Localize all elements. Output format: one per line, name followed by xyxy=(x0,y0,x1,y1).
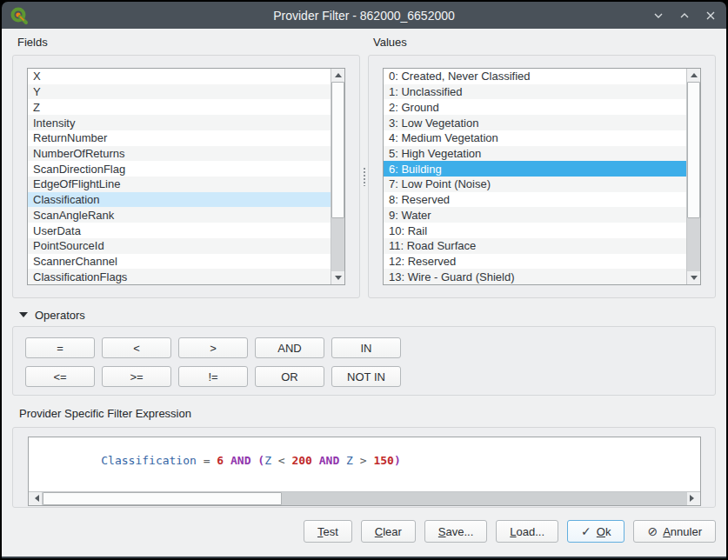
operators-label: Operators xyxy=(35,309,85,322)
values-scrollbar[interactable] xyxy=(686,69,700,284)
cancel-icon: ⊘ xyxy=(647,525,658,537)
value-list-item[interactable]: 4: Medium Vegetation xyxy=(384,130,687,146)
scrollbar-track[interactable] xyxy=(331,82,344,271)
operator-button[interactable]: != xyxy=(178,366,248,387)
field-list-item[interactable]: PointSourceId xyxy=(28,238,331,254)
scroll-right-button[interactable] xyxy=(687,492,700,504)
scroll-up-button[interactable] xyxy=(687,69,700,82)
arrow-up-icon xyxy=(335,73,342,77)
value-list-item[interactable]: 6: Building xyxy=(384,161,687,177)
filter-expression-editor[interactable]: Classification = 6 AND (Z < 200 AND Z > … xyxy=(28,437,701,506)
values-label: Values xyxy=(373,36,716,51)
code-token xyxy=(224,454,230,467)
fields-list: XYZIntensityReturnNumberNumberOfReturnsS… xyxy=(27,68,345,285)
expression-code-line: Classification = 6 AND (Z < 200 AND Z > … xyxy=(29,437,700,491)
value-list-item[interactable]: 12: Reserved xyxy=(384,254,687,270)
code-token: AND xyxy=(230,454,250,467)
operator-button[interactable]: NOT IN xyxy=(331,366,401,387)
field-list-item[interactable]: NumberOfReturns xyxy=(28,146,331,162)
value-list-item[interactable]: 1: Unclassified xyxy=(384,84,687,100)
scrollbar-thumb[interactable] xyxy=(687,82,700,218)
code-token: ( xyxy=(257,454,264,467)
operator-button[interactable]: = xyxy=(25,337,95,358)
value-list-item[interactable]: 0: Created, Never Classified xyxy=(384,69,687,84)
field-list-item[interactable]: ScanDirectionFlag xyxy=(28,161,331,177)
maximize-button[interactable] xyxy=(676,7,693,24)
scrollbar-thumb[interactable] xyxy=(43,492,282,505)
qgis-logo-icon xyxy=(9,5,30,26)
field-list-item[interactable]: ScanAngleRank xyxy=(28,207,331,223)
minimize-button[interactable] xyxy=(650,7,667,24)
field-list-item[interactable]: UserData xyxy=(28,223,331,238)
collapse-arrow-icon[interactable] xyxy=(19,312,28,317)
operator-button[interactable]: AND xyxy=(255,337,324,358)
scroll-left-button[interactable] xyxy=(29,492,42,504)
scrollbar-track[interactable] xyxy=(42,492,687,505)
code-token: 200 xyxy=(291,454,311,467)
dialog-body: Fields XYZIntensityReturnNumberNumberOfR… xyxy=(2,29,726,558)
editor-hscrollbar[interactable] xyxy=(29,491,700,505)
operator-button[interactable]: <= xyxy=(25,366,95,387)
ok-button[interactable]: ✓ Ok xyxy=(567,520,624,543)
expression-label: Provider Specific Filter Expression xyxy=(19,407,237,423)
titlebar[interactable]: Provider Filter - 862000_6652000 xyxy=(2,2,726,29)
code-token: 150 xyxy=(373,454,393,467)
arrow-down-icon xyxy=(335,276,342,280)
arrow-down-icon xyxy=(691,276,698,280)
code-token: Z xyxy=(346,454,353,467)
save-button[interactable]: Save... xyxy=(424,520,487,543)
field-list-item[interactable]: Intensity xyxy=(28,115,331,130)
code-token: ) xyxy=(394,454,401,467)
arrow-up-icon xyxy=(691,73,698,77)
code-token xyxy=(312,454,319,467)
value-list-item[interactable]: 7: Low Point (Noise) xyxy=(384,177,687,192)
operator-button[interactable]: >= xyxy=(102,366,171,387)
value-list-item[interactable]: 3: Low Vegetation xyxy=(384,115,687,130)
value-list-item[interactable]: 11: Road Surface xyxy=(384,238,687,254)
operator-button[interactable]: < xyxy=(102,337,171,358)
clear-button[interactable]: Clear xyxy=(361,520,416,543)
scroll-up-button[interactable] xyxy=(331,69,344,82)
scrollbar-thumb[interactable] xyxy=(331,82,344,218)
value-list-item[interactable]: 8: Reserved xyxy=(384,192,687,208)
operator-button[interactable]: OR xyxy=(255,366,324,387)
test-button[interactable]: Test xyxy=(304,520,352,543)
scroll-down-button[interactable] xyxy=(331,271,344,284)
close-button[interactable] xyxy=(702,7,719,24)
load-button[interactable]: Load... xyxy=(496,520,558,543)
value-list-item[interactable]: 10: Rail xyxy=(384,223,687,238)
field-list-item[interactable]: ReturnNumber xyxy=(28,130,331,146)
code-token: AND xyxy=(319,454,339,467)
arrow-left-icon xyxy=(31,495,39,502)
expression-frame: Classification = 6 AND (Z < 200 AND Z > … xyxy=(12,427,716,508)
field-list-item[interactable]: Z xyxy=(28,99,331,115)
check-icon: ✓ xyxy=(581,525,591,537)
fields-groupbox: XYZIntensityReturnNumberNumberOfReturnsS… xyxy=(12,55,360,298)
splitter-handle[interactable] xyxy=(360,55,368,298)
cancel-button[interactable]: ⊘ Annuler xyxy=(633,520,716,543)
field-list-item[interactable]: Y xyxy=(28,84,331,100)
field-list-item[interactable]: Classification xyxy=(28,192,331,208)
splitter-dots-icon xyxy=(364,167,365,186)
scroll-down-button[interactable] xyxy=(687,271,700,284)
field-list-item[interactable]: EdgeOfFlightLine xyxy=(28,177,331,192)
value-list-item[interactable]: 5: High Vegetation xyxy=(384,146,687,162)
operator-button[interactable]: > xyxy=(178,337,248,358)
field-list-item[interactable]: X xyxy=(28,69,331,84)
operator-button[interactable]: IN xyxy=(331,337,401,358)
code-token xyxy=(339,454,346,467)
value-list-item[interactable]: 13: Wire - Guard (Shield) xyxy=(384,269,687,284)
fields-label: Fields xyxy=(17,36,360,51)
field-list-item[interactable]: ScannerChannel xyxy=(28,254,331,270)
values-list: 0: Created, Never Classified1: Unclassif… xyxy=(383,68,701,285)
value-list-item[interactable]: 9: Water xyxy=(384,207,687,223)
code-token: = xyxy=(197,454,217,467)
fields-scrollbar[interactable] xyxy=(331,69,344,284)
code-token: Z xyxy=(264,454,271,467)
code-token: < xyxy=(271,454,291,467)
value-list-item[interactable]: 2: Ground xyxy=(384,99,687,115)
field-list-item[interactable]: ClassificationFlags xyxy=(28,269,331,284)
code-token: 6 xyxy=(217,454,224,467)
arrow-right-icon xyxy=(690,495,698,502)
scrollbar-track[interactable] xyxy=(687,82,700,271)
